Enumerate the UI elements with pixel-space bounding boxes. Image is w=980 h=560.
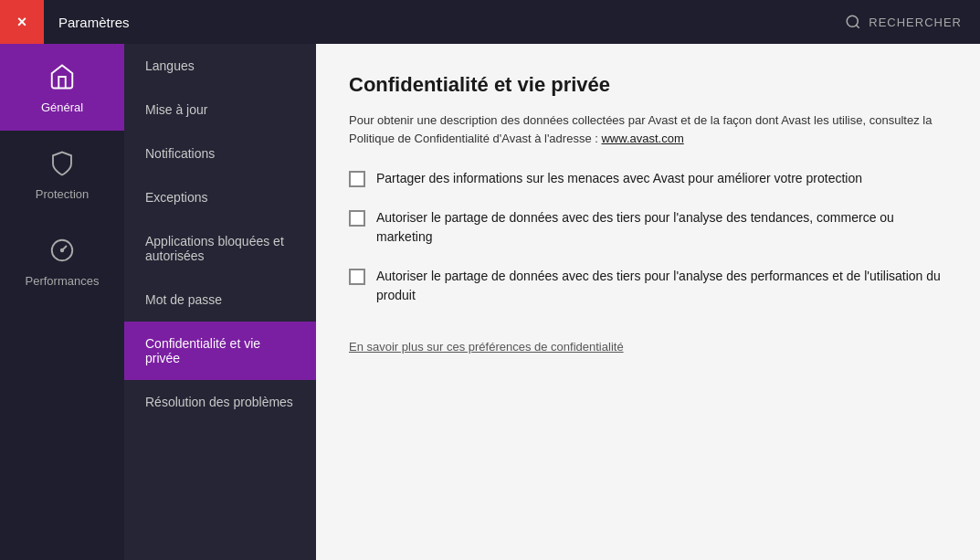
svg-line-1 bbox=[857, 25, 859, 27]
checkbox-row-1: Partager des informations sur les menace… bbox=[349, 169, 947, 188]
checkbox-tiers-marketing[interactable] bbox=[349, 210, 365, 227]
sidebar-item-label-general: Général bbox=[41, 100, 83, 114]
sidebar-item-motdepasse[interactable]: Mot de passe bbox=[124, 278, 316, 322]
sidebar-item-notifications[interactable]: Notifications bbox=[124, 132, 316, 175]
shield-icon bbox=[46, 147, 79, 180]
svg-point-0 bbox=[848, 16, 859, 26]
sidebar-item-label-protection: Protection bbox=[36, 187, 90, 201]
checkbox-tiers-performances[interactable] bbox=[349, 269, 365, 285]
checkbox-row-3: Autoriser le partage de données avec des… bbox=[349, 267, 947, 305]
close-button[interactable]: × bbox=[0, 0, 44, 44]
checkbox-label-3: Autoriser le partage de données avec des… bbox=[376, 267, 947, 305]
content-description: Pour obtenir une description des données… bbox=[349, 111, 947, 147]
content-panel: Confidentialité et vie privée Pour obten… bbox=[316, 44, 980, 560]
svg-point-3 bbox=[61, 249, 64, 252]
sidebar-item-performances[interactable]: Performances bbox=[0, 217, 124, 304]
search-button[interactable]: RECHERCHER bbox=[845, 14, 962, 30]
content-title: Confidentialité et vie privée bbox=[349, 73, 947, 97]
sidebar-item-resolution[interactable]: Résolution des problèmes bbox=[124, 380, 316, 424]
sidebar-item-label-performances: Performances bbox=[26, 274, 100, 288]
titlebar: × Paramètres RECHERCHER bbox=[0, 0, 980, 44]
sidebar-item-exceptions[interactable]: Exceptions bbox=[124, 175, 316, 219]
avast-link[interactable]: www.avast.com bbox=[601, 132, 683, 145]
checkbox-threats[interactable] bbox=[349, 171, 365, 187]
checkbox-label-2: Autoriser le partage de données avec des… bbox=[376, 208, 947, 247]
learn-more-link[interactable]: En savoir plus sur ces préférences de co… bbox=[349, 340, 624, 354]
page-title: Paramètres bbox=[58, 15, 845, 30]
sidebar-item-applications[interactable]: Applications bloquées et autorisées bbox=[124, 219, 316, 278]
main-content: Général Protection Performances bbox=[0, 44, 980, 560]
search-label: RECHERCHER bbox=[869, 16, 962, 29]
checkbox-label-1: Partager des informations sur les menace… bbox=[376, 169, 862, 188]
sidebar-secondary: Langues Mise à jour Notifications Except… bbox=[124, 44, 316, 560]
sidebar-item-confidentialite[interactable]: Confidentialité et vie privée bbox=[124, 322, 316, 380]
search-icon bbox=[845, 14, 861, 30]
sidebar-item-general[interactable]: Général bbox=[0, 44, 124, 131]
home-icon bbox=[46, 60, 79, 93]
checkbox-row-2: Autoriser le partage de données avec des… bbox=[349, 208, 947, 247]
sidebar-primary: Général Protection Performances bbox=[0, 44, 124, 560]
gauge-icon bbox=[46, 234, 79, 267]
sidebar-item-protection[interactable]: Protection bbox=[0, 131, 124, 217]
sidebar-item-langues[interactable]: Langues bbox=[124, 44, 316, 88]
close-icon: × bbox=[17, 13, 27, 32]
sidebar-item-miseajour[interactable]: Mise à jour bbox=[124, 88, 316, 132]
